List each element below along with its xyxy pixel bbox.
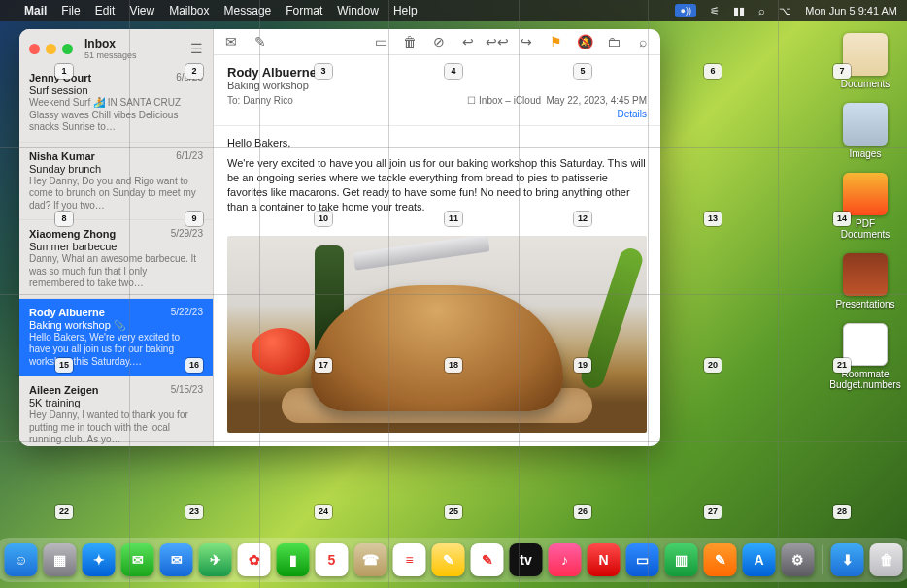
search-icon[interactable]: ⌕ [635,34,651,49]
desktop-stack-images[interactable]: Images [831,103,899,159]
message-image-attachment[interactable] [227,236,647,434]
tomato-icon [252,328,310,375]
dock-numbers[interactable]: ▥ [665,543,698,576]
message-from: Rody Albuerne [227,65,647,80]
details-link[interactable]: Details [227,109,647,119]
dock-notes[interactable]: ✎ [432,543,465,576]
trash-icon[interactable]: 🗑 [402,34,418,49]
menu-mailbox[interactable]: Mailbox [169,4,209,17]
dock-finder[interactable]: ☺ [5,543,38,576]
row-preview: Hey Danny, I wanted to thank you for put… [29,409,203,446]
app-menu[interactable]: Mail [24,4,47,17]
dock-tv[interactable]: tv [510,543,543,576]
menu-window[interactable]: Window [337,4,379,17]
menu-message[interactable]: Message [224,4,272,17]
menu-edit[interactable]: Edit [95,4,116,17]
zoom-icon[interactable] [62,44,73,54]
desktop-stack-presentations[interactable]: Presentations [831,253,899,310]
dock-safari[interactable]: ✦ [83,543,116,576]
dock-reminders[interactable]: ≡ [393,543,426,576]
grid-cell-6: 6 [704,64,722,79]
grid-cell-28: 28 [833,505,851,519]
row-date: 6/3/23 [176,72,203,83]
dock-pages[interactable]: ✎ [704,543,737,576]
desktop-stack-documents[interactable]: Documents [831,33,899,89]
compose-icon[interactable]: ✎ [252,34,268,49]
desktop-file-budget[interactable]: Roommate Budget.numbers [831,323,899,390]
dock-launchpad[interactable]: ▦ [44,543,77,576]
control-center-icon[interactable]: ⌥ [779,5,791,17]
dock-keynote[interactable]: ▭ [626,543,659,576]
message-body: Hello Bakers, We're very excited to have… [214,126,660,229]
mail-toolbar: ✉ ✎ ▭ 🗑 ⊘ ↩ ↩↩ ↪ ⚑ 🔕 🗀 ⌕ [214,29,660,55]
dock-mail[interactable]: ✉ [160,543,193,576]
dock-appstore[interactable]: A [743,543,776,576]
dock-maps[interactable]: ✈ [199,543,232,576]
mail-row[interactable]: Rody Albuerne5/22/23Baking workshop 📎Hel… [19,299,213,377]
menu-help[interactable]: Help [393,4,418,17]
message-list[interactable]: Jenny Court6/3/23Surf sessionWeekend Sur… [19,64,213,446]
mail-sidebar: Inbox 51 messages ☰ Jenny Court6/3/23Sur… [19,29,214,446]
row-preview: Hello Bakers, We're very excited to have… [29,332,203,369]
dock-downloads[interactable]: ⬇ [831,543,864,576]
mail-content-pane: ✉ ✎ ▭ 🗑 ⊘ ↩ ↩↩ ↪ ⚑ 🔕 🗀 ⌕ Rody Albuerne B… [214,29,660,446]
folder-icon [843,173,888,215]
mail-row[interactable]: Aileen Zeigen5/15/235K trainingHey Danny… [19,376,213,446]
spotlight-icon[interactable]: ⌕ [758,5,765,16]
minimize-icon[interactable] [46,44,56,54]
menu-file[interactable]: File [61,4,80,17]
dock-trash[interactable]: 🗑 [870,543,903,576]
grid-cell-24: 24 [315,505,332,519]
dock-news[interactable]: N [588,543,621,576]
desktop-icons: Documents Images PDF Documents Presentat… [831,33,899,390]
flag-icon[interactable]: ⚑ [548,34,563,49]
row-preview: Hey Danny, Do you and Rigo want to come … [29,176,203,212]
dock-freeform[interactable]: ✎ [471,543,504,576]
battery-icon[interactable]: ▮▮ [733,5,745,17]
junk-icon[interactable]: ⊘ [431,34,447,49]
dock-music[interactable]: ♪ [549,543,582,576]
attachment-icon: 📎 [114,320,125,331]
mail-window[interactable]: Inbox 51 messages ☰ Jenny Court6/3/23Sur… [19,29,660,446]
grid-cell-26: 26 [574,505,591,519]
dock-calendar[interactable]: 5 [316,543,349,576]
reply-all-icon[interactable]: ↩↩ [489,34,505,49]
row-date: 5/22/23 [171,307,203,318]
dock-messages[interactable]: ✉ [121,543,154,576]
wifi-icon[interactable]: ⚟ [710,5,720,17]
row-subject: Summer barbecue [29,241,203,252]
menu-view[interactable]: View [129,4,154,17]
inbox-header: Inbox 51 messages [84,37,137,60]
menu-format[interactable]: Format [286,4,322,17]
dock-photos[interactable]: ✿ [238,543,271,576]
dock-contacts[interactable]: ☎ [354,543,387,576]
grid-cell-25: 25 [445,505,462,519]
row-from: Xiaomeng Zhong [29,228,116,240]
envelope-icon[interactable]: ✉ [223,34,239,49]
row-from: Nisha Kumar [29,150,95,162]
filter-icon[interactable]: ☰ [190,41,203,56]
forward-icon[interactable]: ↪ [519,34,534,49]
window-controls[interactable] [29,44,73,54]
mail-row[interactable]: Jenny Court6/3/23Surf sessionWeekend Sur… [19,64,213,143]
archive-icon[interactable]: ▭ [373,34,388,49]
dock-separator [823,545,823,574]
row-date: 5/15/23 [171,384,203,396]
close-icon[interactable] [29,44,40,54]
mail-row[interactable]: Xiaomeng Zhong5/29/23Summer barbecueDann… [19,220,213,299]
menubar[interactable]: Mail File Edit View Mailbox Message Form… [0,0,907,21]
dock-facetime[interactable]: ▮ [277,543,310,576]
reply-icon[interactable]: ↩ [460,34,476,49]
mute-icon[interactable]: 🔕 [577,34,592,49]
mic-indicator-icon[interactable]: ●)) [675,4,696,17]
move-folder-icon[interactable]: 🗀 [606,34,621,49]
clock[interactable]: Mon Jun 5 9:41 AM [805,5,897,16]
dock[interactable]: ☺▦✦✉✉✈✿▮5☎≡✎✎tv♪N▭▥✎A⚙⬇🗑 [0,538,907,582]
desktop-stack-pdf[interactable]: PDF Documents [831,173,899,240]
mail-row[interactable]: Nisha Kumar6/1/23Sunday brunchHey Danny,… [19,143,213,221]
inbox-count: 51 messages [84,50,137,60]
folder-icon [843,103,888,146]
inbox-title: Inbox [84,37,137,50]
grid-cell-20: 20 [704,358,722,373]
dock-settings[interactable]: ⚙ [782,543,815,576]
